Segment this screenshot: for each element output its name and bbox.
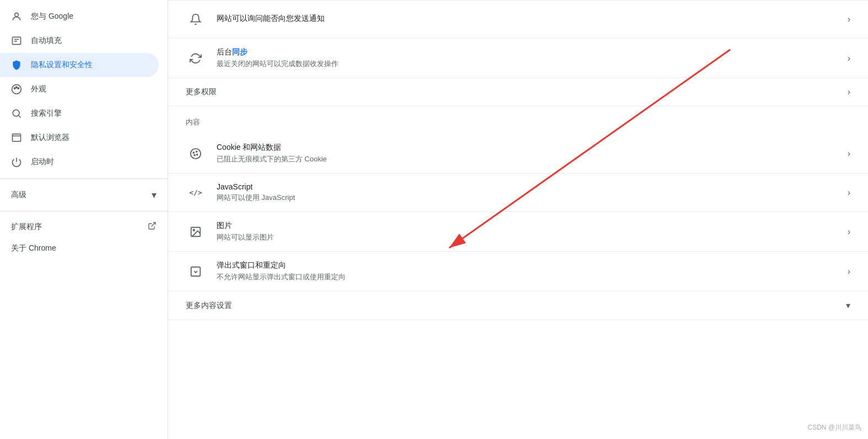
sidebar-about-chrome[interactable]: 关于 Chrome (0, 238, 168, 259)
images-title: 图片 (217, 221, 848, 231)
sidebar-item-default-browser-label: 默认浏览器 (31, 133, 69, 143)
images-arrow: › (848, 227, 850, 237)
background-sync-subtitle: 最近关闭的网站可以完成数据收发操作 (217, 59, 848, 69)
popups-arrow: › (848, 267, 850, 277)
popups-subtitle: 不允许网站显示弹出式窗口或使用重定向 (217, 272, 848, 282)
sidebar-item-appearance[interactable]: 外观 (0, 77, 159, 101)
svg-point-17 (197, 154, 198, 155)
item-javascript[interactable]: </> JavaScript 网站可以使用 JavaScript › (168, 174, 868, 212)
svg-rect-20 (191, 267, 201, 276)
cookies-subtitle: 已阻止无痕模式下的第三方 Cookie (217, 154, 848, 164)
sidebar-item-privacy-label: 隐私设置和安全性 (31, 60, 93, 70)
item-notifications[interactable]: 网站可以询问能否向您发送通知 › (168, 0, 868, 39)
cookies-content: Cookie 和网站数据 已阻止无痕模式下的第三方 Cookie (217, 143, 848, 164)
palette-icon (11, 84, 22, 95)
javascript-subtitle: 网站可以使用 JavaScript (217, 193, 848, 203)
svg-point-19 (193, 229, 195, 231)
chevron-down-icon: ▾ (152, 189, 157, 201)
sidebar-item-google-account-label: 您与 Google (31, 12, 73, 21)
autofill-icon (11, 35, 22, 46)
svg-line-12 (152, 223, 155, 226)
item-cookies[interactable]: Cookie 和网站数据 已阻止无痕模式下的第三方 Cookie › (168, 134, 868, 174)
sidebar-divider-2 (0, 211, 168, 212)
main-content: 网站可以询问能否向您发送通知 › 后台同步 最近关闭的网站可以完成数据收发操作 … (168, 0, 868, 439)
sidebar-item-privacy[interactable]: 隐私设置和安全性 (0, 53, 159, 77)
notifications-title: 网站可以询问能否向您发送通知 (217, 14, 848, 24)
watermark: CSDN @川川菜鸟 (807, 423, 861, 432)
javascript-title: JavaScript (217, 182, 848, 191)
cookies-arrow: › (848, 149, 850, 159)
sidebar-item-default-browser[interactable]: 默认浏览器 (0, 126, 159, 150)
svg-point-4 (12, 85, 21, 94)
javascript-icon: </> (186, 183, 206, 203)
svg-point-13 (191, 148, 201, 158)
background-sync-content: 后台同步 最近关闭的网站可以完成数据收发操作 (217, 47, 848, 69)
sidebar-extensions-label: 扩展程序 (11, 222, 139, 232)
sidebar-item-autofill-label: 自动填充 (31, 36, 62, 46)
more-permissions-chevron: › (848, 87, 850, 97)
more-content-label: 更多内容设置 (186, 301, 232, 311)
sidebar: 您与 Google 自动填充 隐私设置和安全性 外观 (0, 0, 168, 439)
svg-rect-10 (13, 134, 21, 141)
svg-point-8 (13, 110, 19, 116)
svg-point-16 (194, 154, 195, 155)
sidebar-item-search[interactable]: 搜索引擎 (0, 101, 159, 126)
svg-point-7 (18, 88, 19, 89)
sidebar-item-search-label: 搜索引擎 (31, 109, 62, 118)
sidebar-item-appearance-label: 外观 (31, 84, 46, 94)
external-link-icon (148, 221, 157, 232)
sidebar-advanced[interactable]: 高级 ▾ (0, 183, 168, 207)
svg-point-14 (193, 152, 194, 153)
item-popups[interactable]: 弹出式窗口和重定向 不允许网站显示弹出式窗口或使用重定向 › (168, 252, 868, 291)
more-content-chevron: ▾ (846, 300, 850, 311)
sidebar-item-startup[interactable]: 启动时 (0, 150, 159, 174)
image-icon (186, 222, 206, 242)
sidebar-about-label: 关于 Chrome (11, 243, 56, 252)
popups-content: 弹出式窗口和重定向 不允许网站显示弹出式窗口或使用重定向 (217, 261, 848, 282)
sync-icon (186, 48, 206, 68)
more-content-settings[interactable]: 更多内容设置 ▾ (168, 291, 868, 320)
svg-line-9 (19, 116, 21, 118)
popups-title: 弹出式窗口和重定向 (217, 261, 848, 270)
cookies-title: Cookie 和网站数据 (217, 143, 848, 153)
power-icon (11, 156, 22, 167)
search-icon (11, 108, 22, 119)
images-content: 图片 网站可以显示图片 (217, 221, 848, 242)
svg-point-5 (14, 88, 15, 89)
content-section-header: 内容 (168, 106, 868, 134)
person-icon (11, 11, 22, 22)
notifications-content: 网站可以询问能否向您发送通知 (217, 14, 848, 25)
shield-icon (11, 59, 22, 71)
more-permissions[interactable]: 更多权限 › (168, 78, 868, 106)
bell-icon (186, 9, 206, 29)
svg-point-0 (15, 13, 19, 17)
sidebar-extensions[interactable]: 扩展程序 (0, 216, 168, 238)
notifications-arrow: › (848, 14, 850, 24)
images-subtitle: 网站可以显示图片 (217, 232, 848, 242)
more-permissions-label: 更多权限 (186, 87, 217, 97)
svg-point-6 (16, 86, 18, 88)
browser-icon (11, 132, 22, 143)
background-sync-arrow: › (848, 53, 850, 63)
item-images[interactable]: 图片 网站可以显示图片 › (168, 212, 868, 252)
sidebar-item-google-account[interactable]: 您与 Google (0, 4, 159, 29)
sidebar-item-startup-label: 启动时 (31, 157, 54, 167)
sidebar-advanced-label: 高级 (11, 190, 26, 200)
javascript-content: JavaScript 网站可以使用 JavaScript (217, 182, 848, 203)
svg-point-15 (196, 151, 197, 152)
javascript-arrow: › (848, 188, 850, 198)
sidebar-divider-1 (0, 178, 168, 179)
cookie-icon (186, 144, 206, 164)
sidebar-item-autofill[interactable]: 自动填充 (0, 29, 159, 53)
background-sync-title: 后台同步 (217, 47, 848, 57)
item-background-sync[interactable]: 后台同步 最近关闭的网站可以完成数据收发操作 › (168, 39, 868, 78)
popup-icon (186, 262, 206, 281)
